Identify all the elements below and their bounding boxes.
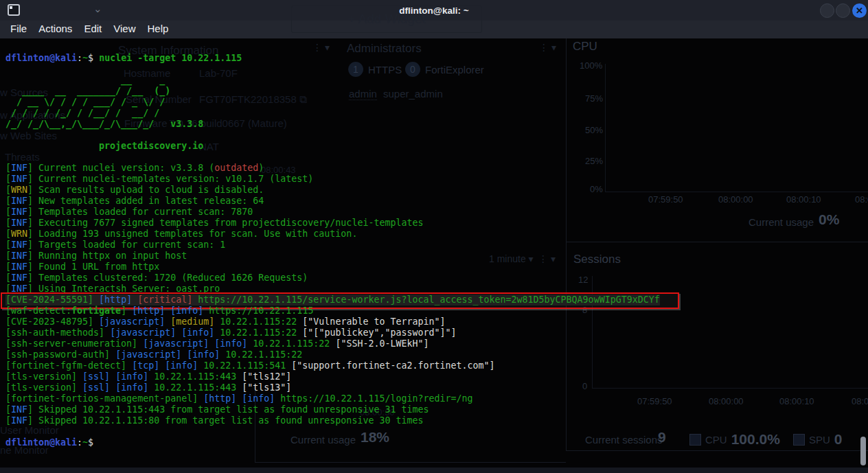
terminal-line-13: [INF] New templates added in latest rele…	[5, 196, 660, 207]
terminal-line-33: [INF] Skipped 10.22.1.115:80 from target…	[5, 415, 660, 426]
terminal-line-16: [WRN] Loading 193 unsigned templates for…	[5, 229, 660, 240]
terminal-line-15: [INF] Executing 7677 signed templates fr…	[5, 218, 660, 229]
terminal-line-2: __ _	[5, 75, 660, 86]
minimize-button[interactable]	[820, 3, 834, 18]
ghost-cpu-legend-checkbox-icon	[689, 434, 701, 446]
terminal-line-18: [INF] Running httpx on input host	[5, 251, 660, 262]
ghost-cpu-usage-label: Current usage	[749, 216, 814, 228]
terminal-line-14: [INF] Templates loaded for current scan:…	[5, 207, 660, 218]
ghost-kebab-sysinfo-icon: ⋮ ▾	[312, 42, 330, 53]
terminal-line-34	[5, 426, 660, 437]
terminal-line-9	[5, 152, 660, 163]
screen: { "colors": { "green": "#1fa51f", "blue"…	[0, 0, 868, 473]
ghost-spu-legend-checkbox-icon	[793, 434, 805, 446]
terminal-line-24: [CVE-2023-48795] [javascript] [medium] 1…	[5, 316, 660, 327]
terminal-line-27: [ssh-password-auth] [javascript] [info] …	[5, 349, 660, 360]
ghost-panel-divider-horizontal-2	[566, 450, 868, 451]
terminal-line-29: [tls-version] [ssl] [info] 10.22.1.115:4…	[5, 371, 660, 382]
ghost-spu-legend-value: 0	[834, 431, 843, 448]
menu-actions[interactable]: Actions	[38, 23, 72, 34]
terminal-output[interactable]: dflinton@kali:~$ nuclei -target 10.22.1.…	[5, 53, 660, 448]
terminal-line-20: [INF] Templates clustered: 1720 (Reduced…	[5, 273, 660, 284]
ghost-cpu-time-2: 08:00:00	[718, 194, 753, 205]
ghost-cpu-legend-label: CPU	[705, 434, 727, 446]
terminal-line-4: / __ \/ / / / ___/ / _ \/ /	[5, 97, 660, 108]
terminal-line-0: dflinton@kali:~$ nuclei -target 10.22.1.…	[5, 53, 660, 64]
terminal-line-17: [INF] Targets loaded for current scan: 1	[5, 240, 660, 251]
ghost-cpu-time-3: 08:00:10	[786, 194, 821, 205]
scrollbar-thumb[interactable]	[860, 437, 866, 465]
ghost-sessions-time-2: 08:00:00	[709, 396, 744, 406]
terminal-line-25: [ssh-auth-methods] [javascript] [info] 1…	[5, 327, 660, 338]
menu-view[interactable]: View	[113, 23, 135, 34]
menu-bar-items: FileActionsEditViewHelp	[10, 23, 168, 34]
terminal-line-1	[5, 64, 660, 75]
terminal-line-28: [fortinet-fgfm-detect] [tcp] [info] 10.2…	[5, 360, 660, 371]
ghost-kebab-admins-icon: ⋮ ▾	[539, 42, 556, 53]
bottom-edge-strip	[0, 468, 868, 473]
ghost-sessions-time-3: 08:00:10	[779, 396, 814, 406]
terminal-line-7	[5, 130, 660, 141]
ghost-cpu-time-4: 08:0	[855, 194, 868, 205]
menu-file[interactable]: File	[10, 23, 27, 34]
terminal-line-6: /_/ /_/\__,_/\___/_/\___/_/ v3.3.8	[5, 119, 660, 130]
terminal-line-8: projectdiscovery.io	[5, 141, 660, 152]
terminal-line-11: [INF] Current nuclei-templates version: …	[5, 174, 660, 185]
terminal-line-30: [tls-version] [ssl] [info] 10.22.1.115:4…	[5, 382, 660, 393]
highlighted-finding-line: [CVE-2024-55591] [http] [critical] https…	[5, 295, 660, 305]
ghost-cpu-legend-value: 100.0%	[731, 431, 780, 448]
terminal-line-12: [WRN] Scan results upload to cloud is di…	[5, 185, 660, 196]
maximize-button[interactable]	[836, 3, 850, 18]
ghost-spu-legend-label: SPU	[809, 434, 830, 446]
terminal-line-5: / / / / /_/ / /__/ / __/ /	[5, 108, 660, 119]
ghost-sessions-time-4: 08:0	[852, 396, 868, 406]
ghost-cpu-title: CPU	[573, 40, 597, 54]
terminal-line-31: [fortinet-fortios-management-panel] [htt…	[5, 393, 660, 404]
menu-help[interactable]: Help	[147, 23, 168, 34]
ghost-cpu-usage-value: 0%	[819, 211, 839, 228]
terminal-line-26: [ssh-server-enumeration] [javascript] [i…	[5, 338, 660, 349]
terminal-line-3: ____ __ _______/ /__ (_)	[5, 86, 660, 97]
menu-edit[interactable]: Edit	[84, 23, 102, 34]
terminal-line-10: [INF] Current nuclei version: v3.3.8 (ou…	[5, 163, 660, 174]
terminal-line-23: [waf-detect:fortigate] [http] [info] htt…	[5, 305, 660, 316]
window-title: dflinton@kali: ~	[0, 5, 868, 16]
close-button[interactable]: ✕	[852, 3, 867, 18]
terminal-line-32: [INF] Skipped 10.22.1.115:443 from targe…	[5, 404, 660, 415]
terminal-line-35: dflinton@kali:~$	[5, 437, 660, 448]
ghost-cpu-legend: CPU100.0%	[689, 431, 780, 448]
ghost-memory-panel-bottom	[255, 462, 566, 463]
ghost-spu-legend: SPU0	[793, 431, 843, 448]
terminal-line-19: [INF] Found 1 URL from httpx	[5, 262, 660, 273]
